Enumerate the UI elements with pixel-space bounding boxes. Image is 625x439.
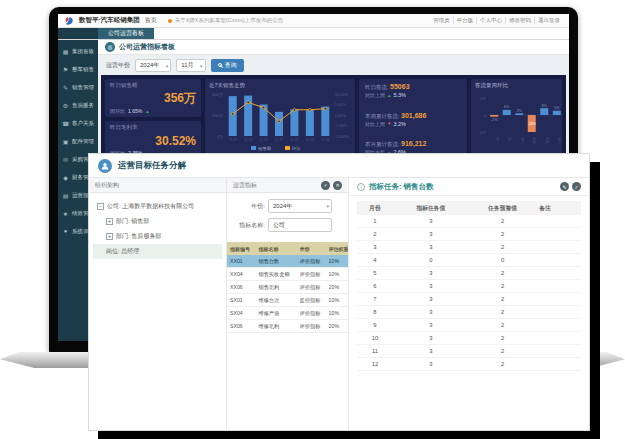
expand-icon[interactable]: +: [106, 233, 113, 240]
indicator-year-select[interactable]: 2024年 ▾: [268, 199, 332, 213]
indicator-row[interactable]: SX04维修产值评价指标10%: [227, 307, 348, 320]
task-row[interactable]: 232: [357, 228, 581, 241]
phone-icon: ☎: [62, 120, 69, 127]
tasks-table-header: 月份指标任务值任务预警值备注: [357, 201, 581, 215]
task-row[interactable]: 1132: [357, 345, 581, 358]
user-link[interactable]: 平台版: [453, 17, 477, 24]
pencil-icon: ✎: [62, 84, 69, 91]
indicator-row[interactable]: XX04销售实收金额评价指标10%: [227, 268, 348, 281]
indicator-row[interactable]: SX01维修台次监控指标10%: [227, 294, 348, 307]
org-tree-node[interactable]: +部门: 售后服务部: [93, 229, 222, 244]
task-row[interactable]: 732: [357, 293, 581, 306]
org-tree-node[interactable]: −公司: 上海数平数据科技有限公司: [93, 199, 222, 214]
org-tree-node[interactable]: +部门: 销售部: [93, 214, 222, 229]
indicator-table: 指标编号指标名称类型评估权重XX01销售台数评价指标10%XX04销售实收金额评…: [227, 242, 348, 333]
sidebar-item[interactable]: ▣配件管理: [58, 132, 98, 150]
nav-home-link[interactable]: 首页: [145, 16, 157, 25]
task-row[interactable]: 400: [357, 254, 581, 267]
traffic-value: 916,212: [401, 140, 426, 147]
svg-text:2万: 2万: [480, 97, 486, 101]
sidebar-item[interactable]: ☎客户关系: [58, 114, 98, 132]
indicator-table-header: 指标编号指标名称类型评估权重: [227, 242, 348, 255]
edit-circle-icon[interactable]: ✎: [560, 182, 569, 191]
collapse-icon[interactable]: −: [97, 203, 104, 210]
svg-text:销售额: 销售额: [258, 146, 272, 151]
tasks-title: 指标任务: 销售台数: [369, 182, 434, 192]
traffic-compare-card: 客流量周环比 2万0-2万-2%周一6%周二2%周三-20%周四8%周五5%周六: [471, 79, 562, 159]
svg-text:-2万: -2万: [479, 131, 486, 135]
report-icon: ▤: [62, 192, 69, 199]
search-button[interactable]: 查询: [211, 59, 244, 72]
task-row[interactable]: 1032: [357, 332, 581, 345]
tab-company-dashboard[interactable]: 公司运营看板: [98, 28, 154, 39]
star-icon: ★: [62, 210, 69, 217]
panel-header: 运营目标任务分解: [89, 154, 589, 178]
sidebar-item[interactable]: ▦集团看板: [58, 42, 98, 60]
indicator-row[interactable]: XX06销售毛利评价指标20%: [227, 281, 348, 294]
task-row[interactable]: 532: [357, 267, 581, 280]
sales-trend-title: 近7天销售走势: [209, 82, 351, 89]
user-link[interactable]: 管理员: [430, 17, 453, 24]
indicator-row[interactable]: XX01销售台数评价指标10%: [227, 255, 348, 268]
task-row[interactable]: 832: [357, 306, 581, 319]
task-decomposition-panel: 运营目标任务分解 组织架构 −公司: 上海数平数据科技有限公司+部门: 销售部+…: [88, 153, 590, 431]
user-link[interactable]: 退出登录: [534, 17, 563, 24]
indicators-column: 运营指标 ✓ ✕ 年份: 2024年 ▾ 指标名称: [227, 178, 349, 430]
module-icon: ▥: [105, 42, 115, 52]
svg-text:周三: 周三: [520, 137, 524, 145]
traffic-compare-title: 客流量周环比: [475, 82, 558, 89]
year-select[interactable]: 2024年 ▾: [135, 59, 171, 72]
task-row[interactable]: 632: [357, 280, 581, 293]
svg-text:11-20: 11-20: [259, 138, 268, 142]
svg-text:200万: 200万: [212, 113, 223, 118]
laptop-mockup: 数智平·汽车经销集团 首页 关于X牌X系列新车型(Cxxxx)上市发布的公告 管…: [0, 0, 625, 439]
svg-text:0.00%: 0.00%: [335, 114, 346, 118]
chevron-down-icon: ▾: [326, 203, 329, 209]
up-arrow-icon: ▲: [387, 93, 391, 98]
confirm-circle-icon[interactable]: ✓: [321, 181, 330, 190]
traffic-value: 301,686: [401, 112, 426, 119]
svg-text:5.00%: 5.00%: [335, 103, 346, 107]
org-structure-column: 组织架构 −公司: 上海数平数据科技有限公司+部门: 销售部+部门: 售后服务部…: [89, 178, 227, 430]
search-icon: [218, 63, 222, 67]
svg-text:11-23: 11-23: [306, 138, 315, 142]
sidebar-item[interactable]: ⚑整车销售: [58, 60, 98, 78]
org-tree-node[interactable]: 岗位: 总经理: [93, 244, 222, 259]
svg-text:11-21: 11-21: [275, 138, 284, 142]
save-circle-icon[interactable]: ✓: [572, 182, 581, 191]
brand-name: 数智平·汽车经销集团: [79, 16, 140, 25]
month-select[interactable]: 11月 ▾: [176, 59, 205, 72]
sidebar-item[interactable]: ⚙售后服务: [58, 96, 98, 114]
task-row[interactable]: 132: [357, 215, 581, 228]
module-title: 公司运营指标看板: [119, 42, 175, 52]
dashboard-icon: ▦: [62, 48, 69, 55]
svg-text:0万: 0万: [217, 134, 223, 139]
traffic-stat: 本周累计客流: 301,686对比上周▼3.2%: [365, 112, 461, 127]
sales-trend-chart: 400万200万0万10.00%5.00%0.00%-5.00%-10.00%1…: [209, 89, 351, 157]
sidebar-item[interactable]: ✎销售管理: [58, 78, 98, 96]
traffic-compare-chart: 2万0-2万-2%周一6%周二2%周三-20%周四8%周五5%周六: [475, 89, 558, 157]
tasks-column: i 指标任务: 销售台数 ✎ ✓ 月份指标任务值任务预警值备注132232332…: [349, 178, 589, 430]
task-row[interactable]: 332: [357, 241, 581, 254]
tab-strip: 公司运营看板: [58, 28, 569, 40]
svg-text:-5.00%: -5.00%: [335, 124, 348, 128]
traffic-stats-card: 昨日客流: 55063对比上周▲5.3%本周累计客流: 301,686对比上周▼…: [359, 79, 467, 159]
svg-text:周四: 周四: [532, 137, 536, 145]
down-arrow-icon: ▼: [387, 121, 391, 126]
sales-trend-card: 近7天销售走势 400万200万0万10.00%5.00%0.00%-5.00%…: [205, 79, 355, 159]
svg-text:400万: 400万: [212, 92, 223, 97]
svg-text:10.00%: 10.00%: [335, 93, 349, 97]
gear-icon: ⚙: [62, 102, 69, 109]
svg-text:-2%: -2%: [491, 118, 498, 122]
indicator-row[interactable]: SX06维修毛利评价指标20%: [227, 320, 348, 333]
user-link[interactable]: 个人中心: [476, 17, 505, 24]
task-row[interactable]: 1232: [357, 358, 581, 371]
close-circle-icon[interactable]: ✕: [333, 181, 342, 190]
settings-icon: ●: [62, 228, 69, 234]
user-link[interactable]: 修改密码: [505, 17, 534, 24]
announcement-bar[interactable]: 关于X牌X系列新车型(Cxxxx)上市发布的公告: [168, 17, 283, 24]
parts-icon: ▣: [62, 138, 69, 145]
expand-icon[interactable]: +: [106, 218, 113, 225]
task-row[interactable]: 932: [357, 319, 581, 332]
indicator-name-input[interactable]: 公司: [268, 218, 332, 232]
